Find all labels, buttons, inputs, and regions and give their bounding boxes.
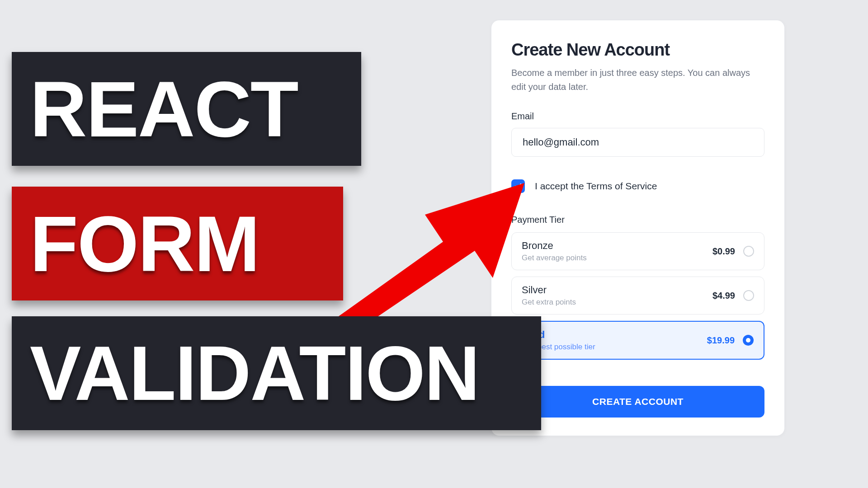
tier-price: $19.99	[707, 335, 735, 346]
tier-price: $0.99	[712, 246, 735, 257]
tier-option-gold[interactable]: Gold The best possible tier $19.99	[511, 321, 764, 360]
tos-row: I accept the Terms of Service	[511, 179, 764, 193]
email-input[interactable]	[511, 128, 764, 157]
check-icon	[514, 182, 522, 190]
tier-sub: Get average points	[522, 253, 587, 263]
radio-icon	[743, 335, 754, 346]
tos-checkbox[interactable]	[511, 179, 525, 193]
email-field-group: Email	[511, 111, 764, 157]
headline-word-react: REACT	[12, 52, 361, 166]
headline-word-react-text: REACT	[30, 70, 298, 149]
payment-tier-label: Payment Tier	[511, 215, 764, 225]
tier-sub: Get extra points	[522, 298, 576, 307]
headline-word-validation-text: VALIDATION	[30, 335, 479, 412]
radio-icon	[743, 246, 754, 257]
tier-name: Silver	[522, 284, 576, 296]
headline-word-form-text: FORM	[30, 204, 259, 283]
tier-option-silver[interactable]: Silver Get extra points $4.99	[511, 277, 764, 314]
tier-option-bronze[interactable]: Bronze Get average points $0.99	[511, 232, 764, 270]
headline-word-validation: VALIDATION	[12, 316, 541, 430]
form-description: Become a member in just three easy steps…	[511, 66, 764, 94]
radio-icon	[743, 290, 754, 301]
tos-label: I accept the Terms of Service	[535, 181, 657, 192]
tier-name: Bronze	[522, 240, 587, 252]
create-account-button[interactable]: CREATE ACCOUNT	[511, 386, 764, 418]
tier-price: $4.99	[712, 291, 735, 301]
email-label: Email	[511, 111, 764, 122]
form-title: Create New Account	[511, 40, 764, 60]
headline-word-form: FORM	[12, 187, 343, 300]
